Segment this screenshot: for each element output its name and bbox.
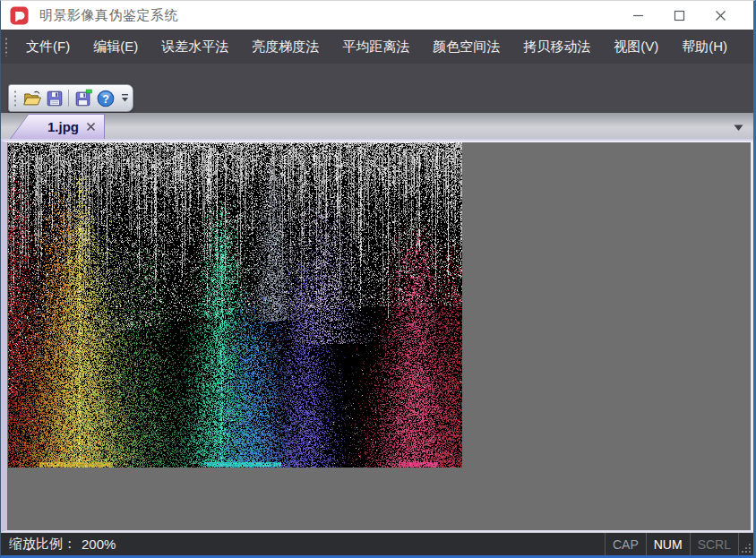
menu-item-edit[interactable]: 编辑(E) [82,31,150,63]
tab-1jpg-surface: 1.jpg [11,115,104,139]
menu-item-file[interactable]: 文件(F) [14,31,82,63]
toolbar-overflow-button[interactable] [119,87,131,109]
toolbar-separator [68,90,69,107]
close-icon [86,122,96,132]
menu-item-color-space[interactable]: 颜色空间法 [421,31,511,63]
title-bar: 明景影像真伪鉴定系统 [1,1,753,30]
resize-grip[interactable] [739,533,753,555]
menu-item-mean-distance[interactable]: 平均距离法 [331,31,421,63]
indicator-scrl: SCRL [690,533,739,555]
toolbar-overflow-icon [121,93,129,103]
document-image [8,142,462,468]
tab-close-button[interactable] [86,122,96,132]
menu-item-help[interactable]: 帮助(H) [670,31,739,63]
close-icon [715,10,726,21]
indicator-cap: CAP [605,533,646,555]
tab-bar: 1.jpg [1,113,753,141]
help-icon: ? [96,89,116,108]
tab-list-dropdown-button[interactable] [734,121,743,134]
tab-label: 1.jpg [47,119,79,134]
menu-item-luminance-grad[interactable]: 亮度梯度法 [240,31,331,63]
toolbar: ? [8,84,133,112]
menu-item-copy-move[interactable]: 拷贝移动法 [511,31,602,63]
open-file-button[interactable] [21,87,43,109]
keyboard-indicators: CAP NUM SCRL [605,533,753,555]
window-title: 明景影像真伪鉴定系统 [39,7,178,24]
tool-band: ? [1,64,753,113]
document-area [1,141,753,532]
menu-item-error-level[interactable]: 误差水平法 [150,31,240,63]
menu-bar: 文件(F) 编辑(E) 误差水平法 亮度梯度法 平均距离法 颜色空间法 拷贝移动… [1,30,753,64]
app-logo-icon [10,6,29,25]
minimize-button[interactable] [617,1,658,30]
indicator-num: NUM [646,533,690,555]
save-as-icon [73,89,93,108]
save-as-button[interactable] [72,87,94,109]
chevron-down-icon [734,124,743,132]
minimize-icon [632,10,644,21]
folder-open-icon [22,89,42,108]
maximize-button[interactable] [658,1,700,30]
svg-text:?: ? [102,92,109,105]
save-icon [45,89,64,108]
toolbar-grip[interactable] [13,90,17,107]
app-window: 明景影像真伪鉴定系统 文件(F) 编辑(E) [0,0,756,558]
zoom-status: 缩放比例： 200% [1,536,116,553]
close-button[interactable] [700,1,741,30]
help-button[interactable]: ? [94,87,116,109]
menu-item-view[interactable]: 视图(V) [602,31,670,63]
status-bar: 缩放比例： 200% CAP NUM SCRL [1,532,753,555]
save-button[interactable] [43,87,65,109]
maximize-icon [674,10,685,21]
menubar-grip[interactable] [4,37,8,56]
document-viewport[interactable] [7,142,751,530]
resize-grip-icon [741,543,752,554]
tab-1jpg[interactable]: 1.jpg [10,114,105,139]
window-controls [617,1,753,30]
zoom-label: 缩放比例： [9,536,76,553]
zoom-value: 200% [82,537,116,552]
